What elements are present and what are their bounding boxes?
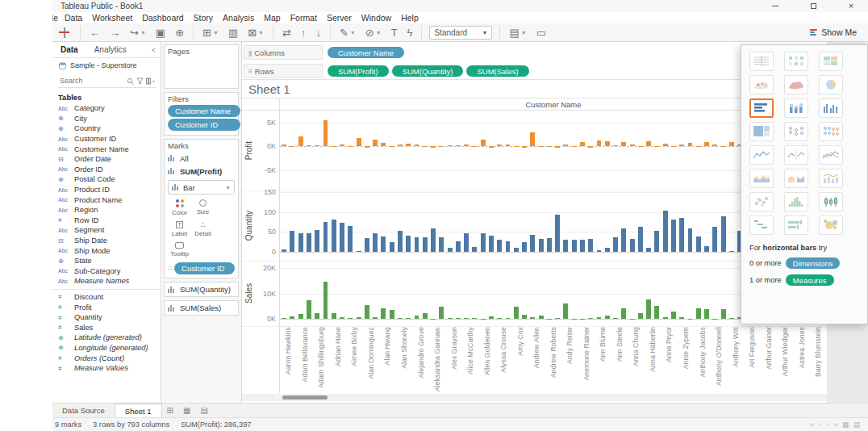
bar[interactable] [472,146,477,147]
bar[interactable] [489,236,494,252]
bar[interactable] [646,299,651,320]
show-me-tile-histogram[interactable] [784,192,808,211]
bar[interactable] [282,249,286,251]
shelf-pill-sum-quantity-[interactable]: SUM(Quantity) [392,65,464,77]
field-row-id[interactable]: #Row ID [52,216,161,226]
bar[interactable] [298,136,303,146]
bar[interactable] [431,146,436,148]
bar[interactable] [522,146,527,148]
bar[interactable] [456,318,461,320]
fix-axes-button[interactable]: ϟ [403,23,418,41]
show-me-tile-area-charts-discrete[interactable] [784,169,808,188]
show-me-tile-symbol-maps[interactable] [749,75,774,94]
bar[interactable] [282,318,286,320]
bar[interactable] [563,240,568,252]
bar[interactable] [688,143,693,146]
bar[interactable] [381,308,386,319]
bar[interactable] [365,305,369,319]
bar[interactable] [588,239,593,251]
bar[interactable] [679,144,684,146]
field-product-id[interactable]: AbcProduct ID [52,185,161,195]
bar[interactable] [357,138,361,147]
tooltip-button[interactable]: Tooltip [168,240,191,260]
bar[interactable] [605,316,610,320]
bar[interactable] [423,313,428,319]
menu-format[interactable]: Format [286,13,322,23]
bar[interactable] [630,239,635,251]
field-ship-mode[interactable]: AbcShip Mode [52,245,161,256]
shelf-pill-customer-name[interactable]: Customer Name [328,47,404,58]
bar[interactable] [448,318,453,319]
field-measure-names[interactable]: AbcMeasure Names [52,276,161,287]
bar[interactable] [390,242,394,251]
tab-data[interactable]: Data [52,45,86,54]
bar[interactable] [373,140,378,146]
marks-profit-row[interactable]: SUM(Profit) [168,165,235,178]
bar[interactable] [663,317,668,320]
show-me-tile-scatter-plots[interactable] [749,192,774,211]
bar[interactable] [315,313,319,319]
bar[interactable] [290,146,294,147]
field-customer-id[interactable]: AbcCustomer ID [52,134,161,144]
bar[interactable] [514,248,519,252]
bar[interactable] [580,319,585,320]
bar[interactable] [472,318,477,320]
bar[interactable] [381,143,386,146]
bar[interactable] [613,145,618,146]
field-sales[interactable]: #Sales [52,322,161,333]
bar[interactable] [481,140,486,146]
bar[interactable] [696,236,701,252]
marks-card-sum-quantity-[interactable]: SUM(Quantity) [164,282,239,297]
rows-shelf[interactable]: ≡ Rows SUM(Profit)SUM(Quantity)SUM(Sales… [244,63,824,79]
mark-type-dropdown[interactable]: Bar ▼ [168,180,235,195]
bar[interactable] [671,312,676,320]
bar[interactable] [630,319,635,320]
bar[interactable] [712,319,717,320]
new-worksheet-button[interactable]: ⊞ [162,404,178,417]
add-data-button[interactable]: ⊕ [170,23,189,41]
bar[interactable] [332,146,336,147]
show-mark-labels-button[interactable]: T [386,23,403,41]
bar[interactable] [729,142,734,146]
bar[interactable] [547,238,552,251]
menu-dashboard[interactable]: Dashboard [137,13,188,23]
field-customer-name[interactable]: AbcCustomer Name [52,144,161,154]
new-story-button[interactable]: ▤ [195,404,212,417]
marks-card-sum-sales-[interactable]: SUM(Sales) [164,300,239,316]
field-longitude-generated-[interactable]: ⊕Longitude (generated) [52,343,161,354]
clear-sheet-button[interactable]: ⊠▼ [243,23,269,41]
filter-pill-customer-name[interactable]: Customer Name [168,105,240,117]
field-country[interactable]: ⊕Country [52,123,161,134]
bar[interactable] [547,146,552,147]
bar[interactable] [539,146,544,147]
menu-data[interactable]: Data [60,13,87,23]
field-state[interactable]: ⊕State [52,256,161,266]
bar[interactable] [721,216,726,251]
presentation-mode-button[interactable]: ▭ [532,23,551,41]
sort-ascending-button[interactable]: ↑ [296,23,311,41]
shelf-pill-sum-profit-[interactable]: SUM(Profit) [328,65,389,77]
bar[interactable] [456,241,461,251]
bar[interactable] [530,132,535,146]
color-button[interactable]: Color [168,197,191,219]
show-me-tile-horizontal-bars[interactable] [749,98,774,118]
scrollbar-thumb[interactable] [282,395,328,400]
bar[interactable] [390,146,394,147]
bar[interactable] [563,144,568,146]
bar[interactable] [489,316,494,320]
bar[interactable] [563,303,568,320]
show-me-tile-dual-combination[interactable] [819,169,843,188]
bar[interactable] [464,318,469,319]
bar[interactable] [497,318,502,319]
bar[interactable] [646,248,651,251]
show-me-tile-side-by-side-circles[interactable] [819,122,843,141]
filter-pill-customer-id[interactable]: Customer ID [168,119,240,131]
bar[interactable] [729,251,734,252]
bar[interactable] [448,248,453,252]
bar[interactable] [630,144,635,146]
field-profit[interactable]: #Profit [52,302,161,312]
menu-help[interactable]: Help [396,13,424,23]
bar[interactable] [497,144,502,146]
bar[interactable] [381,236,386,252]
bar[interactable] [704,142,709,147]
